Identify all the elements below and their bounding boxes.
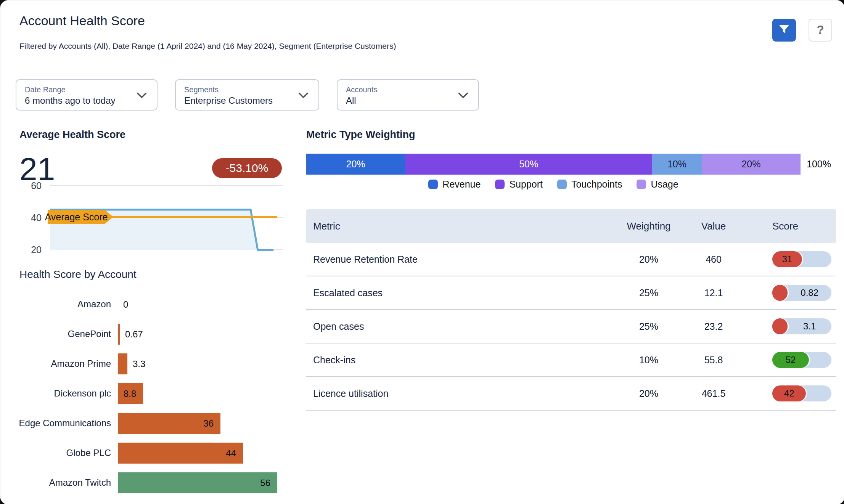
table-row-licence-utilisation: Licence utilisation20%461.542 — [306, 377, 836, 411]
cell-score: 31 — [740, 251, 836, 267]
bar-row-amazon-twitch: Amazon Twitch56 — [16, 468, 283, 498]
legend-label: Revenue — [442, 179, 481, 190]
bar — [118, 324, 120, 345]
legend-label: Usage — [651, 179, 678, 190]
filter-summary: Filtered by Accounts (All), Date Range (… — [19, 42, 396, 51]
cell-metric: Licence utilisation — [306, 388, 611, 399]
score-pill: 52 — [772, 352, 831, 368]
table-row-escalated-cases: Escalated cases25%12.10.82 — [306, 276, 836, 310]
legend-item-support[interactable]: Support — [495, 179, 543, 190]
cell-weighting: 10% — [611, 355, 687, 366]
score-pill-value: 31 — [772, 251, 802, 267]
filter-button[interactable] — [772, 19, 796, 42]
bar-category-label: GenePoint — [16, 329, 118, 339]
dropdown-selected-value: All — [346, 95, 455, 107]
y-axis-tick: 20 — [31, 244, 42, 255]
bar-zone: 3.3 — [118, 353, 283, 374]
cell-metric: Check-ins — [306, 355, 611, 366]
question-mark-icon: ? — [817, 23, 824, 37]
bar-category-label: Edge Communications — [16, 418, 118, 429]
legend-swatch — [637, 180, 646, 189]
cell-weighting: 20% — [611, 388, 687, 399]
table-body: Revenue Retention Rate20%46031Escalated … — [306, 243, 836, 411]
cell-metric: Escalated cases — [306, 287, 611, 299]
dropdown-label: Segments — [184, 85, 296, 95]
bar-row-amazon-prime: Amazon Prime3.3 — [16, 349, 283, 379]
help-button[interactable]: ? — [809, 19, 832, 42]
score-pill: 0.82 — [772, 285, 831, 301]
header-cell-score: Score — [740, 220, 836, 232]
average-health-score-value: 21 — [19, 153, 55, 185]
bar-zone: 0.67 — [118, 324, 283, 345]
dropdown-selected-value: Enterprise Customers — [184, 95, 296, 107]
score-pill: 42 — [772, 385, 831, 401]
header-cell-metric: Metric — [306, 220, 611, 232]
dropdown-label: Accounts — [346, 85, 455, 95]
table-header: MetricWeightingValueScore — [306, 209, 836, 243]
legend-label: Touchpoints — [571, 179, 622, 190]
filter-dropdown-segments[interactable]: SegmentsEnterprise Customers — [175, 79, 319, 111]
legend-swatch — [495, 180, 505, 189]
weighting-stacked-bar: 20%50%10%20% — [306, 154, 801, 175]
metric-type-weighting-heading: Metric Type Weighting — [306, 129, 415, 141]
legend-swatch — [428, 180, 438, 189]
score-pill-value: 0.82 — [788, 285, 831, 301]
chevron-down-icon — [458, 92, 468, 100]
legend-swatch — [557, 180, 567, 189]
bar-zone: 36 — [118, 413, 283, 434]
bar-zone: 44 — [118, 443, 283, 464]
weighting-segment-revenue: 20% — [306, 154, 405, 175]
average-health-score-heading: Average Health Score — [19, 129, 125, 141]
bar-category-label: Dickenson plc — [16, 388, 118, 399]
bar-row-edge-communications: Edge Communications36 — [16, 408, 283, 438]
bar-chart-heading: Health Score by Account — [19, 268, 137, 281]
health-score-by-account-chart: Amazon0GenePoint0.67Amazon Prime3.3Dicke… — [16, 289, 283, 498]
average-score-line-chart: 604020Average Score — [16, 181, 290, 260]
score-pill-fill — [772, 285, 788, 301]
bar-row-globe-plc: Globe PLC44 — [16, 438, 283, 468]
account-health-dashboard: Account Health Score Filtered by Account… — [0, 0, 844, 504]
bar-category-label: Amazon — [16, 299, 118, 310]
legend-label: Support — [509, 179, 543, 190]
score-pill-value: 42 — [772, 385, 806, 401]
funnel-icon — [778, 24, 790, 36]
chevron-down-icon — [137, 92, 147, 100]
bar-value: 3.3 — [133, 353, 145, 374]
average-score-flag-label: Average Score — [45, 212, 108, 222]
bar-value: 0 — [123, 294, 128, 315]
weighting-bar-wrap: 20%50%10%20% 100% — [306, 154, 831, 175]
metrics-table: MetricWeightingValueScore Revenue Retent… — [306, 209, 836, 411]
cell-score: 42 — [740, 385, 836, 401]
dropdown-selected-value: 6 months ago to today — [25, 95, 134, 107]
cell-score: 3.1 — [740, 318, 836, 334]
bar-category-label: Amazon Prime — [16, 358, 118, 369]
bar-value: 0.67 — [125, 324, 143, 345]
bar — [118, 443, 243, 464]
cell-metric: Open cases — [306, 321, 611, 332]
table-row-open-cases: Open cases25%23.23.1 — [306, 310, 836, 343]
cell-value: 460 — [687, 254, 740, 265]
weighting-total-label: 100% — [807, 159, 831, 170]
header-cell-value: Value — [687, 220, 740, 232]
legend-item-revenue[interactable]: Revenue — [428, 179, 481, 190]
filter-dropdown-date-range[interactable]: Date Range6 months ago to today — [16, 79, 158, 111]
legend-item-touchpoints[interactable]: Touchpoints — [557, 179, 622, 190]
bar-category-label: Amazon Twitch — [16, 477, 118, 488]
bar-value: 44 — [226, 443, 236, 464]
filter-dropdown-accounts[interactable]: AccountsAll — [337, 79, 479, 111]
bar-zone: 0 — [118, 294, 283, 315]
cell-score: 0.82 — [740, 285, 836, 301]
bar-value: 36 — [203, 413, 214, 434]
dropdown-label: Date Range — [25, 85, 134, 95]
bar-category-label: Globe PLC — [16, 448, 118, 458]
bar-value: 56 — [260, 472, 270, 493]
bar-row-genepoint: GenePoint0.67 — [16, 319, 283, 349]
filters-row: Date Range6 months ago to todaySegmentsE… — [16, 79, 479, 111]
bar-row-amazon: Amazon0 — [16, 289, 283, 319]
cell-weighting: 20% — [611, 254, 687, 265]
legend-item-usage[interactable]: Usage — [637, 179, 678, 190]
score-pill: 31 — [772, 251, 831, 267]
cell-value: 23.2 — [687, 321, 740, 332]
cell-value: 461.5 — [687, 388, 740, 399]
bar — [118, 472, 277, 493]
